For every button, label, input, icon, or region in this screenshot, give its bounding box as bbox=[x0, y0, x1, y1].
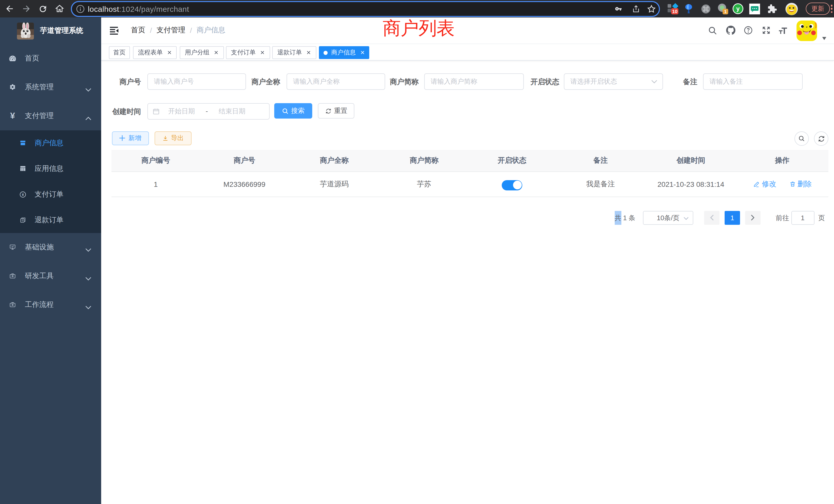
svg-text:10: 10 bbox=[672, 9, 677, 14]
svg-text:y: y bbox=[736, 5, 740, 12]
svg-text:1: 1 bbox=[724, 9, 726, 14]
svg-text:¥: ¥ bbox=[22, 192, 24, 196]
